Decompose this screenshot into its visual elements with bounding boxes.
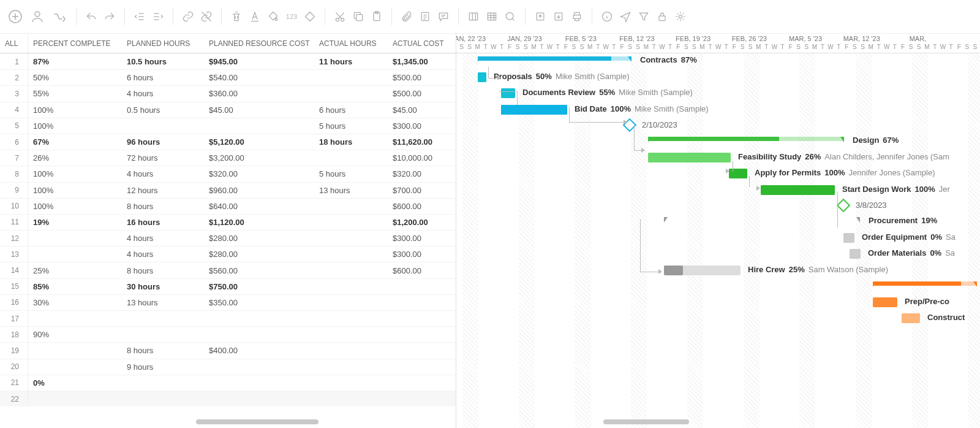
- outdent-icon[interactable]: [132, 9, 147, 24]
- cell-accost[interactable]: $45.00: [388, 105, 455, 115]
- col-header-pct[interactable]: PERCENT COMPLETE: [28, 34, 122, 53]
- cell-accost[interactable]: $700.00: [388, 186, 455, 195]
- table-row[interactable]: 5100%5 hours$300.00: [0, 118, 456, 134]
- table-row[interactable]: 1585%30 hours$750.00: [0, 278, 456, 294]
- summary-bar[interactable]: [873, 281, 977, 286]
- table-row[interactable]: 9100%12 hours$960.0013 hours$700.00: [0, 182, 456, 198]
- task-bar[interactable]: [729, 169, 747, 178]
- cell-plcost[interactable]: $3,200.00: [204, 153, 314, 162]
- settings-icon[interactable]: [673, 9, 688, 24]
- table-row[interactable]: 198 hours$400.00: [0, 342, 456, 358]
- cell-pct[interactable]: 30%: [28, 298, 122, 307]
- cell-plcost[interactable]: $280.00: [204, 234, 314, 243]
- cell-plcost[interactable]: $540.00: [204, 73, 314, 82]
- text-color-icon[interactable]: [247, 9, 262, 24]
- cell-plcost[interactable]: $1,120.00: [204, 218, 314, 227]
- paste-icon[interactable]: [369, 9, 384, 24]
- table-row[interactable]: 355%4 hours$360.00$500.00: [0, 85, 456, 101]
- cell-achrs[interactable]: 5 hours: [314, 169, 388, 178]
- add-icon[interactable]: [6, 7, 24, 26]
- table-row[interactable]: 210%: [0, 375, 456, 391]
- link-task-icon[interactable]: [50, 7, 69, 26]
- table-row[interactable]: 10100%8 hours$640.00$600.00: [0, 198, 456, 214]
- cell-plcost[interactable]: $5,120.00: [204, 137, 314, 147]
- cell-pct[interactable]: 50%: [28, 73, 122, 82]
- cell-plhrs[interactable]: 8 hours: [122, 202, 204, 211]
- table-row[interactable]: 187%10.5 hours$945.0011 hours$1,345.00: [0, 53, 456, 69]
- table-row[interactable]: 8100%4 hours$320.005 hours$320.00: [0, 166, 456, 182]
- cell-plcost[interactable]: $350.00: [204, 298, 314, 307]
- cell-accost[interactable]: $500.00: [388, 73, 455, 82]
- export-icon[interactable]: [533, 9, 548, 24]
- table-row[interactable]: 17: [0, 310, 456, 326]
- notes-icon[interactable]: [418, 9, 432, 24]
- table-horizontal-scrollbar[interactable]: [196, 419, 318, 424]
- cell-plhrs[interactable]: 10.5 hours: [122, 57, 204, 66]
- cell-pct[interactable]: 55%: [28, 89, 122, 98]
- table-row[interactable]: 726%72 hours$3,200.00$10,000.00: [0, 150, 456, 166]
- table-row[interactable]: 1425%8 hours$560.00$600.00: [0, 262, 456, 278]
- cell-pct[interactable]: 67%: [28, 137, 122, 147]
- cell-plhrs[interactable]: 96 hours: [122, 137, 204, 147]
- task-bar[interactable]: [664, 266, 741, 275]
- diamond-icon[interactable]: [303, 9, 317, 24]
- cell-pct[interactable]: 85%: [28, 282, 122, 291]
- cell-pct[interactable]: 90%: [28, 330, 122, 339]
- cell-plhrs[interactable]: 6 hours: [122, 73, 204, 82]
- cell-achrs[interactable]: 6 hours: [314, 105, 388, 115]
- delete-icon[interactable]: [229, 9, 244, 24]
- cell-pct[interactable]: 100%: [28, 105, 122, 115]
- cell-accost[interactable]: $10,000.00: [388, 153, 455, 162]
- summary-bar[interactable]: [648, 137, 844, 141]
- cell-achrs[interactable]: 13 hours: [314, 186, 388, 195]
- cell-plhrs[interactable]: 9 hours: [122, 362, 204, 372]
- cell-plcost[interactable]: $320.00: [204, 169, 314, 178]
- send-icon[interactable]: [618, 9, 633, 24]
- cell-accost[interactable]: $320.00: [388, 169, 455, 178]
- cell-plhrs[interactable]: 8 hours: [122, 346, 204, 355]
- cell-plhrs[interactable]: 4 hours: [122, 169, 204, 178]
- cell-plcost[interactable]: $360.00: [204, 89, 314, 98]
- unlink-icon[interactable]: [199, 9, 214, 24]
- cell-pct[interactable]: 87%: [28, 57, 122, 66]
- cell-pct[interactable]: 26%: [28, 153, 122, 162]
- table-row[interactable]: 134 hours$280.00$300.00: [0, 246, 456, 262]
- cell-plhrs[interactable]: 0.5 hours: [122, 105, 204, 115]
- table-row[interactable]: 250%6 hours$540.00$500.00: [0, 69, 456, 85]
- task-bar[interactable]: [761, 185, 835, 195]
- task-bar[interactable]: [648, 153, 731, 162]
- table-row[interactable]: 1890%: [0, 326, 456, 342]
- cell-accost[interactable]: $600.00: [388, 202, 455, 211]
- summary-bar[interactable]: [664, 217, 860, 221]
- cell-plcost[interactable]: $945.00: [204, 57, 314, 66]
- cell-pct[interactable]: 100%: [28, 169, 122, 178]
- cell-plhrs[interactable]: 12 hours: [122, 186, 204, 195]
- undo-icon[interactable]: [84, 9, 99, 24]
- cell-achrs[interactable]: 11 hours: [314, 57, 388, 66]
- cell-plhrs[interactable]: 16 hours: [122, 218, 204, 227]
- cell-accost[interactable]: $300.00: [388, 250, 455, 259]
- col-header-plcost[interactable]: PLANNED RESOURCE COST: [204, 34, 314, 53]
- task-bar[interactable]: [850, 249, 861, 259]
- import-icon[interactable]: [551, 9, 566, 24]
- grid-icon[interactable]: [484, 9, 499, 24]
- cell-plhrs[interactable]: 30 hours: [122, 282, 204, 291]
- table-row[interactable]: 1630%13 hours$350.00: [0, 294, 456, 310]
- number-icon[interactable]: 123: [284, 9, 299, 24]
- table-row[interactable]: 4100%0.5 hours$45.006 hours$45.00: [0, 102, 456, 118]
- indent-icon[interactable]: [151, 9, 165, 24]
- cell-achrs[interactable]: 5 hours: [314, 121, 388, 131]
- cell-pct[interactable]: 25%: [28, 266, 122, 275]
- task-bar[interactable]: [843, 233, 854, 243]
- cell-accost[interactable]: $1,345.00: [388, 57, 455, 66]
- cell-plhrs[interactable]: 13 hours: [122, 298, 204, 307]
- cell-accost[interactable]: $600.00: [388, 266, 455, 275]
- cell-plhrs[interactable]: 8 hours: [122, 266, 204, 275]
- link-icon[interactable]: [181, 9, 195, 24]
- task-bar[interactable]: [478, 72, 486, 82]
- lock-icon[interactable]: [655, 9, 669, 24]
- cell-plhrs[interactable]: 72 hours: [122, 153, 204, 162]
- gantt-horizontal-scrollbar[interactable]: [603, 419, 689, 424]
- cut-icon[interactable]: [333, 9, 347, 24]
- cell-plcost[interactable]: $560.00: [204, 266, 314, 275]
